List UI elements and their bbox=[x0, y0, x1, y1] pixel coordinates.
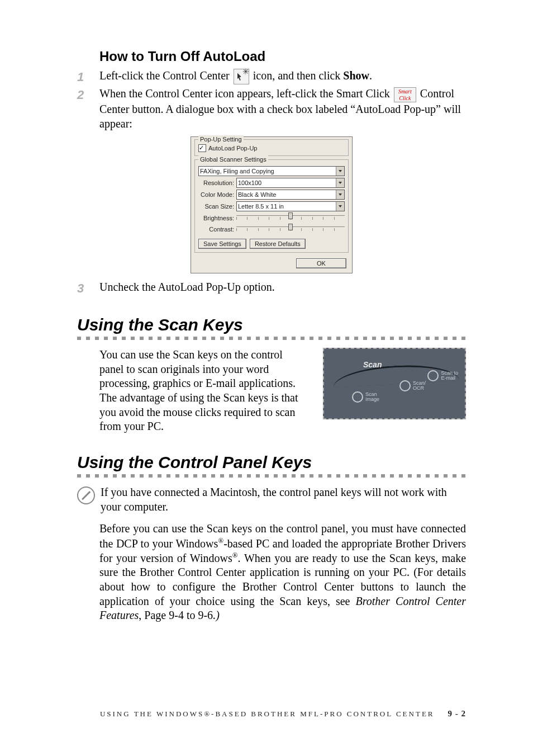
autoload-checkbox-label: AutoLoad Pop-Up bbox=[208, 144, 257, 152]
step-number-1: 1 bbox=[77, 69, 99, 84]
step-number-2: 2 bbox=[77, 87, 99, 102]
profile-dropdown[interactable]: FAXing, Filing and Copying bbox=[198, 166, 345, 176]
show-label: Show bbox=[343, 69, 369, 82]
contrast-slider[interactable] bbox=[236, 224, 345, 234]
autoload-dialog: Pop-Up Setting AutoLoad Pop-Up Global Sc… bbox=[191, 136, 353, 273]
global-scanner-group: Global Scanner Settings FAXing, Filing a… bbox=[194, 159, 349, 253]
scan-image-button: Scan Image bbox=[352, 391, 379, 403]
restore-defaults-button[interactable]: Restore Defaults bbox=[250, 239, 306, 249]
control-center-icon bbox=[234, 69, 249, 84]
body-d: , Page 9-4 to 9-6 bbox=[139, 609, 213, 621]
step-number-3: 3 bbox=[77, 280, 99, 296]
step-1-text-a: Left-click the Control Center bbox=[99, 69, 232, 82]
save-settings-button[interactable]: Save Settings bbox=[198, 239, 246, 249]
prohibit-icon bbox=[77, 486, 95, 504]
step-1-text: Left-click the Control Center icon, and … bbox=[99, 69, 466, 84]
step-2-text-a: When the Control Center icon appears, le… bbox=[99, 87, 393, 100]
chevron-down-icon[interactable] bbox=[336, 167, 344, 176]
colormode-value: Black & White bbox=[238, 191, 276, 199]
page-footer: USING THE WINDOWS®-BASED BROTHER MFL-PRO… bbox=[77, 708, 466, 719]
chevron-down-icon[interactable] bbox=[336, 178, 344, 187]
chevron-down-icon[interactable] bbox=[336, 190, 344, 199]
control-panel-paragraph: Before you can use the Scan keys on the … bbox=[99, 522, 466, 622]
scan-graphic-title: Scan bbox=[363, 360, 382, 370]
section-using-control-panel-keys: Using the Control Panel Keys bbox=[77, 452, 466, 473]
contrast-label: Contrast: bbox=[198, 225, 234, 233]
page-number: 9 - 2 bbox=[448, 708, 467, 719]
profile-dropdown-value: FAXing, Filing and Copying bbox=[200, 167, 274, 175]
brightness-label: Brightness: bbox=[198, 214, 234, 222]
resolution-dropdown[interactable]: 100x100 bbox=[236, 178, 345, 188]
step-3-text: Uncheck the AutoLoad Pop-Up option. bbox=[99, 280, 466, 295]
scansize-label: Scan Size: bbox=[198, 202, 234, 210]
popup-setting-group: Pop-Up Setting AutoLoad Pop-Up bbox=[194, 139, 349, 156]
scansize-dropdown[interactable]: Letter 8.5 x 11 in bbox=[236, 201, 345, 211]
section-divider bbox=[77, 337, 466, 340]
popup-group-title: Pop-Up Setting bbox=[198, 135, 244, 143]
step-2-text: When the Control Center icon appears, le… bbox=[99, 87, 466, 131]
footer-title: USING THE WINDOWS®-BASED BROTHER MFL-PRO… bbox=[100, 710, 435, 719]
resolution-label: Resolution: bbox=[198, 179, 234, 187]
autoload-checkbox[interactable] bbox=[198, 144, 206, 152]
registered-mark: ® bbox=[232, 551, 238, 559]
heading-how-to-turn-off-autoload: How to Turn Off AutoLoad bbox=[99, 48, 466, 65]
resolution-value: 100x100 bbox=[238, 179, 261, 187]
section-using-scan-keys: Using the Scan Keys bbox=[77, 314, 466, 336]
body-period: .) bbox=[213, 609, 220, 621]
colormode-label: Color Mode: bbox=[198, 191, 234, 199]
chevron-down-icon[interactable] bbox=[336, 202, 344, 211]
step-1-text-b: icon, and then click bbox=[250, 69, 344, 82]
scansize-value: Letter 8.5 x 11 in bbox=[238, 202, 284, 210]
scan-ocr-button: Scan/ OCR bbox=[399, 380, 426, 391]
note-text: If you have connected a Macintosh, the c… bbox=[101, 485, 466, 514]
scan-to-email-button: Scan to E-mail bbox=[427, 370, 458, 381]
smart-click-icon: Smart Click bbox=[394, 87, 416, 102]
scan-keys-paragraph: You can use the Scan keys on the control… bbox=[99, 348, 307, 434]
section-divider bbox=[77, 474, 466, 478]
colormode-dropdown[interactable]: Black & White bbox=[236, 190, 345, 200]
scan-panel-graphic: Scan Scan to E-mail Scan/ OCR Scan Image bbox=[323, 348, 466, 419]
registered-mark: ® bbox=[218, 536, 223, 545]
brightness-slider[interactable] bbox=[236, 213, 345, 223]
step-1-text-c: . bbox=[369, 69, 372, 82]
ok-button[interactable]: OK bbox=[296, 258, 346, 268]
global-group-title: Global Scanner Settings bbox=[198, 155, 268, 163]
